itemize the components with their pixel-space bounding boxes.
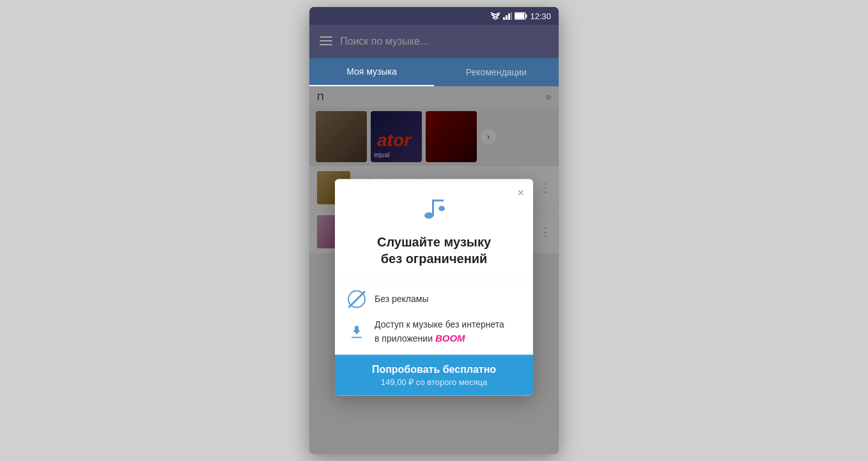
svg-rect-12 [320,44,332,45]
modal-features: Без рекламы Доступ к музыке без интернет… [335,280,533,355]
svg-rect-19 [352,336,362,338]
modal-title: Слушайте музыкубез ограничений [348,234,520,267]
svg-marker-20 [353,326,360,334]
svg-rect-17 [432,200,444,202]
no-ads-icon [348,291,366,308]
cta-sub-text: 149,00 ₽ со второго месяца [348,377,520,387]
feature-no-ads: Без рекламы [348,291,520,308]
svg-point-18 [438,206,445,211]
svg-rect-9 [515,13,524,19]
cta-main-text: Попробовать бесплатно [348,364,520,375]
subscribe-cta-button[interactable]: Попробовать бесплатно 149,00 ₽ со второг… [335,355,533,396]
svg-rect-11 [320,40,332,42]
signal-icon [503,12,512,20]
phone-frame: 12:30 Поиск по музыке… Моя музыка Рекоме… [309,7,559,454]
music-note-icon [348,195,520,226]
boom-brand: BOOM [435,332,465,343]
status-time: 12:30 [530,11,551,21]
wifi-icon [490,12,500,20]
download-text: Доступ к музыке без интернетав приложени… [375,319,504,345]
modal-close-button[interactable]: × [517,187,524,199]
svg-point-15 [424,213,433,219]
svg-rect-10 [320,36,332,38]
battery-icon [515,12,527,20]
tab-my-music[interactable]: Моя музыка [309,58,434,86]
app-content: П е ator equal › Safe and Sound Justice [309,86,559,454]
no-ads-text: Без рекламы [375,293,428,306]
svg-rect-5 [508,13,510,20]
feature-download: Доступ к музыке без интернетав приложени… [348,319,520,345]
hamburger-icon[interactable] [320,35,332,49]
search-bar[interactable]: Поиск по музыке… [309,25,559,58]
tabs-bar: Моя музыка Рекомендации [309,58,559,86]
status-icons: 12:30 [490,11,551,21]
modal-header: × Слушайте музыкубез ограничений [335,179,533,280]
tab-recommendations[interactable]: Рекомендации [434,58,559,86]
svg-rect-3 [503,17,505,20]
svg-rect-8 [526,15,527,18]
subscription-modal: × Слушайте музыкубез ограничений [335,179,533,396]
download-icon [348,322,366,340]
search-input[interactable]: Поиск по музыке… [340,36,548,47]
svg-rect-4 [506,15,508,20]
svg-rect-16 [432,200,434,216]
status-bar: 12:30 [309,7,559,25]
svg-rect-6 [511,12,512,20]
